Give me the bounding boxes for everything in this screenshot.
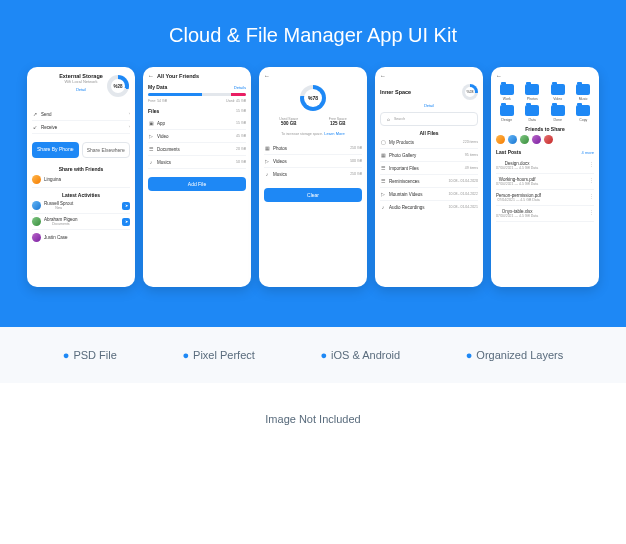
avatar	[32, 233, 41, 242]
photo-icon: ▦	[264, 145, 270, 151]
app-icon: ▣	[148, 120, 154, 126]
folder-item[interactable]: Design	[496, 105, 518, 122]
file-row[interactable]: ♪Musics50 GB	[148, 156, 246, 169]
avatar[interactable]	[508, 135, 517, 144]
avatar[interactable]	[532, 135, 541, 144]
folder-item[interactable]: Done	[547, 105, 569, 122]
post-item[interactable]: Design.docx07/04/2021 — 4.5 GB Data⋮	[496, 158, 594, 174]
avatar	[32, 175, 41, 184]
post-item[interactable]: Person-permission.pdf07/04/2021 — 4.5 GB…	[496, 190, 594, 206]
document-icon: ☰	[148, 146, 154, 152]
folder-icon: ▢	[380, 139, 386, 145]
post-item[interactable]: Onyx-table.xlsx07/04/2021 — 4.5 GB Data⋮	[496, 206, 594, 222]
file-row[interactable]: ▷Mountain Videos10.08 - 01.04.2022	[380, 188, 478, 201]
detail-link[interactable]: Detail	[380, 103, 478, 108]
pie-icon: %28	[462, 84, 478, 100]
more-icon: ⋮	[589, 193, 594, 202]
folder-icon	[525, 105, 539, 116]
audio-icon: ♪	[380, 204, 386, 210]
folder-icon	[551, 84, 565, 95]
video-icon: ▷	[148, 133, 154, 139]
video-icon: ▷	[264, 158, 270, 164]
file-row[interactable]: ☰Reminiscences10.08 - 01.04.2020	[380, 175, 478, 188]
folder-icon	[576, 84, 590, 95]
hero-section: Cloud & File Manager App UI Kit %28 Exte…	[0, 0, 626, 327]
folder-item[interactable]: Video	[547, 84, 569, 101]
screen-title: All Your Friends	[157, 73, 199, 79]
folder-item[interactable]: Photos	[522, 84, 544, 101]
storage-row[interactable]: ▦Photos250 GB	[264, 142, 362, 155]
phone-3: ← %78 Used Space500 GB Free Space125 GB …	[259, 67, 367, 287]
avatar[interactable]	[496, 135, 505, 144]
folder-item[interactable]: Data	[522, 105, 544, 122]
feature-item: ●Organized Layers	[466, 349, 563, 361]
phone-2: ←All Your Friends My DataDetails Free: 5…	[143, 67, 251, 287]
receive-label[interactable]: Receive	[41, 125, 57, 130]
file-icon: ☰	[380, 178, 386, 184]
music-icon: ♪	[148, 159, 154, 165]
more-icon: ⋮	[589, 177, 594, 186]
video-icon: ▷	[380, 191, 386, 197]
file-row[interactable]: ▷Video45 GB	[148, 130, 246, 143]
send-icon: ↗	[32, 111, 38, 117]
phone-4: ← Inner Space%28 Detail ⌕Search All File…	[375, 67, 483, 287]
usage-bar	[148, 93, 246, 96]
folder-item[interactable]: Work	[496, 84, 518, 101]
more-icon: ⋮	[589, 209, 594, 218]
usage-pie-chart: %78	[300, 85, 326, 111]
phone-5: ← Work Photos Video Music Design Data Do…	[491, 67, 599, 287]
storage-row[interactable]: ▷Videos500 GB	[264, 155, 362, 168]
folder-item[interactable]: Music	[573, 84, 595, 101]
file-row[interactable]: ▦Photo Gallery95 items	[380, 149, 478, 162]
folder-icon	[500, 84, 514, 95]
clear-button[interactable]: Clear	[264, 188, 362, 202]
avatar	[32, 201, 41, 210]
folder-item[interactable]: Copy	[573, 105, 595, 122]
folder-icon	[551, 105, 565, 116]
back-icon[interactable]: ←	[380, 73, 386, 79]
folder-icon	[525, 84, 539, 95]
search-input[interactable]: ⌕Search	[380, 112, 478, 126]
folders-grid: Work Photos Video Music Design Data Done…	[496, 84, 594, 122]
file-icon: ☰	[380, 165, 386, 171]
send-button-icon[interactable]: ➤	[122, 202, 130, 210]
avatar	[32, 217, 41, 226]
add-file-button[interactable]: Add File	[148, 177, 246, 191]
features-row: ●PSD File ●Pixel Perfect ●iOS & Android …	[0, 327, 626, 383]
back-icon[interactable]: ←	[496, 73, 502, 79]
footnote: Image Not Included	[0, 383, 626, 455]
share-phone-button[interactable]: Share By Phone	[32, 142, 79, 158]
file-row[interactable]: ☰Documents20 GB	[148, 143, 246, 156]
share-elsewhere-button[interactable]: Share Elsewhere	[82, 142, 131, 158]
storage-row[interactable]: ♪Musics250 GB	[264, 168, 362, 180]
phone-1: %28 External Storage Wifi Local Network …	[27, 67, 135, 287]
music-icon: ♪	[264, 171, 270, 177]
folder-icon	[576, 105, 590, 116]
avatar[interactable]	[520, 135, 529, 144]
file-row[interactable]: ▣App15 GB	[148, 117, 246, 130]
post-item[interactable]: Working-hours.pdf07/04/2021 — 4.5 GB Dat…	[496, 174, 594, 190]
details-link[interactable]: Details	[234, 85, 246, 90]
send-button-icon[interactable]: ➤	[122, 218, 130, 226]
learn-more-link[interactable]: Learn More	[324, 131, 344, 136]
back-icon[interactable]: ←	[264, 73, 270, 79]
page-title: Cloud & File Manager App UI Kit	[20, 24, 606, 47]
file-row[interactable]: ♪Audio Recordings10.08 - 01.04.2021	[380, 201, 478, 213]
storage-pie-icon: %28	[107, 75, 129, 97]
folder-icon	[500, 105, 514, 116]
file-row[interactable]: ☰Important Files49 items	[380, 162, 478, 175]
back-icon[interactable]: ←	[148, 73, 154, 79]
gallery-icon: ▦	[380, 152, 386, 158]
friends-row	[496, 135, 594, 144]
feature-item: ●iOS & Android	[320, 349, 400, 361]
send-label[interactable]: Send	[41, 112, 52, 117]
more-icon: ⋮	[589, 161, 594, 170]
avatar[interactable]	[544, 135, 553, 144]
receive-icon: ↙	[32, 124, 38, 130]
phones-row: %28 External Storage Wifi Local Network …	[20, 67, 606, 287]
feature-item: ●PSD File	[63, 349, 117, 361]
file-row[interactable]: ▢My Products220 items	[380, 136, 478, 149]
search-icon: ⌕	[385, 116, 391, 122]
more-link[interactable]: 4 more	[582, 150, 594, 155]
feature-item: ●Pixel Perfect	[182, 349, 254, 361]
